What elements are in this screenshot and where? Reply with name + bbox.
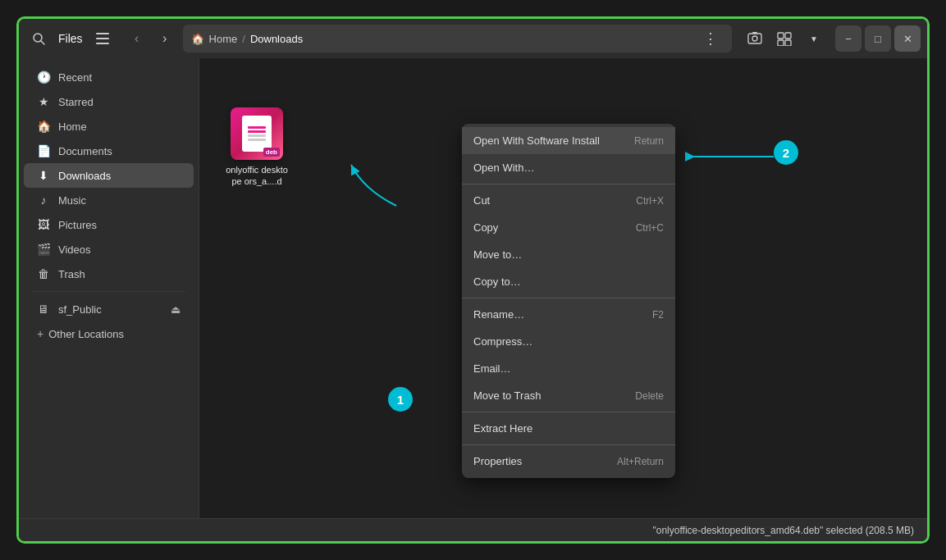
sidebar-other-label: Other Locations (48, 328, 124, 340)
file-name: onlyoffic desktope ors_a....d (224, 164, 290, 188)
ctx-move-to-trash[interactable]: Move to Trash Delete (462, 382, 675, 409)
sidebar-item-home-label: Home (58, 121, 87, 133)
ctx-move-to[interactable]: Move to… (462, 241, 675, 268)
svg-rect-2 (96, 33, 109, 34)
ctx-divider-3 (462, 412, 675, 412)
more-options-button[interactable]: ⋮ (697, 25, 724, 52)
breadcrumb-bar: 🏠 Home / Downloads ⋮ (183, 25, 732, 52)
svg-rect-9 (785, 33, 791, 39)
ctx-copy-to[interactable]: Copy to… (462, 268, 675, 295)
ctx-open-with[interactable]: Open With… (462, 154, 675, 181)
hamburger-button[interactable] (89, 25, 116, 52)
ctx-cut[interactable]: Cut Ctrl+X (462, 187, 675, 214)
main-content: deb onlyoffic desktope ors_a....d 1 (199, 58, 927, 518)
recent-icon: 🕐 (37, 71, 50, 84)
context-menu: Open With Software Install Return Open W… (462, 124, 675, 478)
videos-icon: 🎬 (37, 243, 50, 256)
sidebar-item-downloads[interactable]: ⬇ Downloads (24, 163, 194, 188)
svg-rect-3 (96, 38, 109, 39)
ctx-open-with-software[interactable]: Open With Software Install Return (462, 127, 675, 154)
forward-button[interactable]: › (152, 25, 178, 52)
sidebar-item-pictures-label: Pictures (58, 219, 97, 231)
sidebar-other-locations[interactable]: + Other Locations (24, 321, 194, 346)
svg-point-6 (752, 36, 757, 41)
ctx-copy[interactable]: Copy Ctrl+C (462, 214, 675, 241)
ctx-properties[interactable]: Properties Alt+Return (462, 448, 675, 475)
ctx-email[interactable]: Email… (462, 355, 675, 382)
sidebar-item-trash-label: Trash (58, 268, 85, 280)
breadcrumb-home-label[interactable]: Home (209, 33, 238, 45)
sidebar-item-recent-label: Recent (58, 71, 92, 84)
titlebar-left: Files (25, 25, 116, 52)
statusbar-text: "onlyoffice-desktopeditors_amd64.deb" se… (653, 525, 914, 536)
annotation-2: 2 (774, 140, 798, 165)
ctx-extract-here[interactable]: Extract Here (462, 415, 675, 442)
eject-icon[interactable]: ⏏ (171, 303, 181, 316)
screenshot-button[interactable] (742, 25, 768, 52)
ctx-divider-4 (462, 444, 675, 445)
sidebar-item-trash[interactable]: 🗑 Trash (24, 262, 194, 286)
device-icon: 🖥 (37, 303, 50, 316)
svg-rect-4 (96, 43, 109, 44)
search-button[interactable] (25, 25, 52, 52)
sidebar-item-videos-label: Videos (58, 244, 91, 256)
nav-buttons: ‹ › (124, 25, 178, 52)
sidebar-item-music-label: Music (58, 194, 86, 207)
annotation-1: 1 (388, 387, 413, 412)
sidebar-item-documents[interactable]: 📄 Documents (24, 139, 194, 163)
svg-line-1 (41, 41, 44, 44)
back-button[interactable]: ‹ (124, 25, 150, 52)
minimize-button[interactable]: − (835, 25, 861, 52)
view-toggle-button[interactable] (771, 25, 797, 52)
sidebar-item-starred[interactable]: ★ Starred (24, 89, 194, 114)
statusbar: "onlyoffice-desktopeditors_amd64.deb" se… (19, 518, 927, 541)
svg-rect-7 (752, 32, 757, 34)
dropdown-button[interactable]: ▼ (801, 25, 827, 52)
titlebar-right: ▼ (742, 25, 827, 52)
sidebar-item-pictures[interactable]: 🖼 Pictures (24, 212, 194, 237)
ctx-rename[interactable]: Rename… F2 (462, 301, 675, 328)
sidebar-item-music[interactable]: ♪ Music (24, 188, 194, 212)
ctx-compress[interactable]: Compress… (462, 328, 675, 355)
sidebar: 🕐 Recent ★ Starred 🏠 Home 📄 Documents ⬇ … (19, 58, 199, 518)
home-icon: 🏠 (191, 33, 204, 45)
sidebar-item-downloads-label: Downloads (58, 170, 111, 182)
pictures-icon: 🖼 (37, 218, 50, 231)
window-controls: − □ ✕ (835, 25, 921, 52)
breadcrumb-current: Downloads (250, 33, 303, 45)
content-area: 🕐 Recent ★ Starred 🏠 Home 📄 Documents ⬇ … (19, 58, 927, 518)
other-locations-add-icon: + (37, 327, 43, 340)
sidebar-item-recent[interactable]: 🕐 Recent (24, 65, 194, 89)
sidebar-item-videos[interactable]: 🎬 Videos (24, 237, 194, 262)
ctx-divider-1 (462, 184, 675, 184)
file-item[interactable]: deb onlyoffic desktope ors_a....d (224, 107, 290, 188)
svg-rect-5 (748, 34, 761, 43)
home-sidebar-icon: 🏠 (37, 120, 50, 133)
sidebar-item-home[interactable]: 🏠 Home (24, 114, 194, 139)
maximize-button[interactable]: □ (865, 25, 891, 52)
sidebar-device-label: sf_Public (58, 303, 102, 316)
sidebar-item-documents-label: Documents (58, 145, 112, 157)
app-title: Files (58, 32, 83, 45)
svg-rect-10 (778, 40, 784, 46)
sidebar-divider (32, 291, 185, 292)
file-icon: deb (231, 107, 283, 160)
trash-icon: 🗑 (37, 267, 50, 280)
close-button[interactable]: ✕ (894, 25, 921, 52)
titlebar: Files ‹ › 🏠 Home / Downloads ⋮ (19, 19, 927, 58)
main-window: Files ‹ › 🏠 Home / Downloads ⋮ (16, 16, 930, 544)
downloads-icon: ⬇ (37, 169, 50, 182)
ctx-divider-2 (462, 298, 675, 298)
arrow-1 (339, 140, 421, 222)
svg-rect-11 (785, 40, 791, 46)
sidebar-device-sf-public[interactable]: 🖥 sf_Public ⏏ (24, 297, 194, 321)
svg-rect-8 (778, 33, 784, 39)
documents-icon: 📄 (37, 144, 50, 157)
starred-icon: ★ (37, 95, 50, 108)
music-icon: ♪ (37, 193, 50, 207)
sidebar-item-starred-label: Starred (58, 96, 94, 108)
breadcrumb-separator: / (242, 33, 245, 45)
